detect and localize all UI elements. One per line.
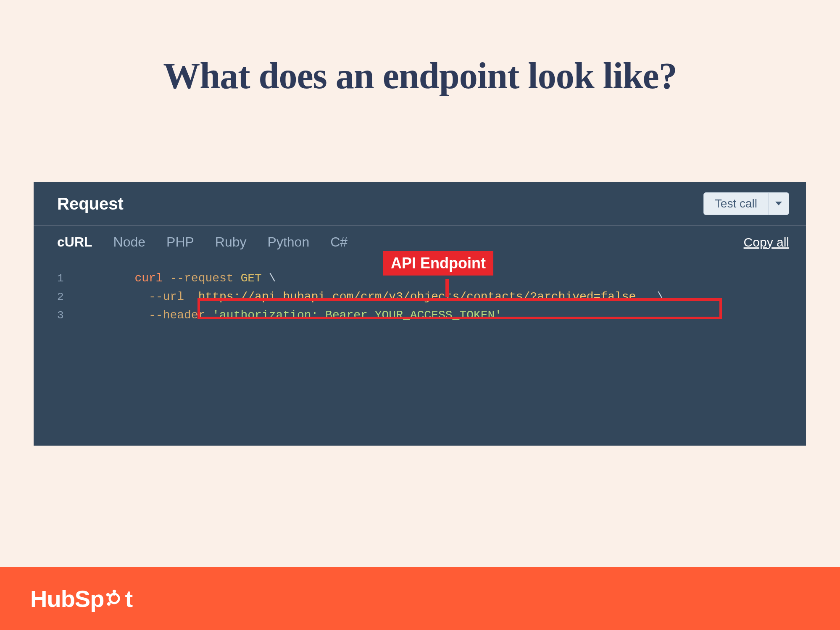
svg-point-3 (107, 602, 111, 606)
line-number: 1 (57, 269, 78, 288)
tab-node[interactable]: Node (113, 234, 146, 250)
svg-line-6 (110, 601, 112, 603)
annotation-label: API Endpoint (383, 251, 493, 276)
page-title: What does an endpoint look like? (0, 55, 840, 97)
tab-curl[interactable]: cURL (57, 234, 92, 250)
brand-text-part2: t (125, 585, 132, 612)
svg-line-5 (109, 596, 111, 597)
panel-header: Request Test call (34, 182, 806, 226)
request-panel: Request Test call cURL Node PHP Ruby Pyt… (34, 182, 806, 446)
svg-point-1 (113, 590, 116, 593)
footer: HubSp t (0, 567, 840, 630)
brand-text-part1: HubSp (30, 585, 104, 612)
tab-php[interactable]: PHP (166, 234, 194, 250)
test-call-button[interactable]: Test call (703, 192, 789, 215)
test-call-label: Test call (704, 193, 769, 215)
copy-all-link[interactable]: Copy all (744, 235, 789, 249)
line-number: 3 (57, 306, 78, 325)
annotation-highlight-box (197, 298, 722, 319)
annotation-connector (445, 279, 449, 297)
hubspot-logo: HubSp t (30, 585, 132, 612)
line-number: 2 (57, 288, 78, 306)
tab-python[interactable]: Python (268, 234, 310, 250)
language-tabs: cURL Node PHP Ruby Python C# (57, 234, 348, 250)
tab-csharp[interactable]: C# (330, 234, 348, 250)
sprocket-icon (105, 590, 123, 607)
panel-header-title: Request (57, 194, 124, 213)
chevron-down-icon[interactable] (769, 193, 789, 215)
tab-ruby[interactable]: Ruby (215, 234, 247, 250)
